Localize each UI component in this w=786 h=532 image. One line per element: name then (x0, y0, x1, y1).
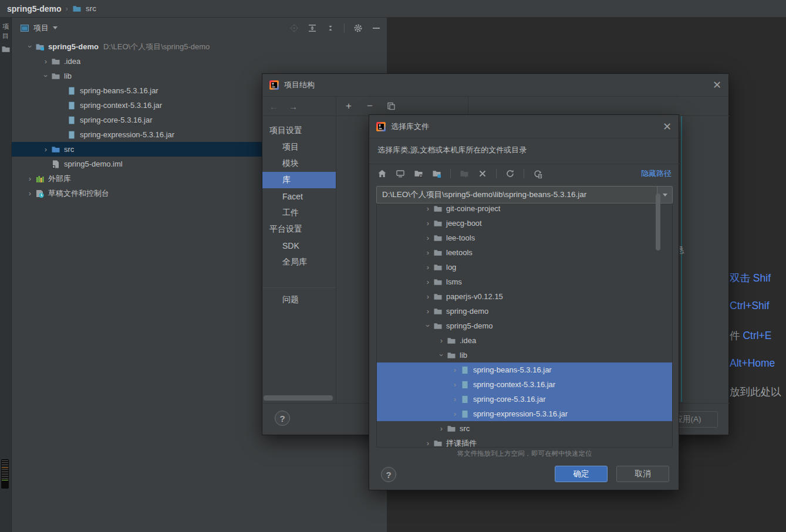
locate-target-icon[interactable] (289, 23, 299, 33)
help-button[interactable]: ? (381, 467, 396, 482)
hide-path-link[interactable]: 隐藏路径 (641, 168, 672, 179)
ps-toolbar: + − (336, 97, 468, 116)
chevron-icon[interactable]: › (450, 395, 460, 403)
chevron-icon[interactable]: › (438, 350, 446, 361)
sidebar-item-SDK[interactable]: SDK (262, 238, 336, 254)
chevron-icon[interactable]: › (423, 293, 433, 300)
cancel-button[interactable]: 取消 (616, 466, 669, 482)
chevron-icon[interactable]: › (436, 337, 447, 344)
tree-row[interactable]: › paperjs-v0.12.15 (377, 289, 672, 304)
folder-icon (51, 57, 60, 66)
tree-row[interactable]: › jeecg-boot (377, 216, 672, 231)
chevron-icon[interactable]: › (450, 381, 460, 388)
tree-row[interactable]: › spring-expression-5.3.16.jar (377, 406, 672, 421)
chevron-icon[interactable]: › (450, 410, 460, 418)
breadcrumb: spring5-demo › src (0, 0, 786, 18)
chevron-icon[interactable]: › (423, 234, 433, 242)
ok-button[interactable]: 确定 (555, 466, 608, 482)
project-panel-title[interactable]: 项目 (33, 23, 49, 33)
hide-panel-icon[interactable] (372, 23, 381, 33)
tree-row[interactable]: › spring5-demo (377, 318, 672, 333)
remove-icon[interactable]: − (365, 101, 375, 111)
code-minimap-thumbnail (1, 459, 9, 489)
path-input[interactable] (377, 191, 657, 199)
ps-dialog-titlebar: 项目结构 ✕ (262, 74, 728, 97)
stripe-button-project[interactable]: 项目 (0, 18, 11, 54)
sidebar-item-全局库[interactable]: 全局库 (262, 254, 336, 270)
chevron-icon[interactable]: › (423, 278, 433, 286)
chevron-icon[interactable]: › (436, 425, 447, 432)
breadcrumb-project[interactable]: spring5-demo (7, 4, 62, 13)
chevron-icon[interactable]: › (41, 57, 51, 65)
chevron-icon[interactable]: › (424, 321, 432, 331)
module-directory-icon[interactable] (414, 169, 423, 178)
gear-icon[interactable] (353, 23, 363, 33)
tree-row[interactable]: › spring-demo (377, 304, 672, 318)
chevron-icon[interactable]: › (25, 175, 35, 182)
close-icon[interactable]: ✕ (713, 80, 721, 90)
collapse-all-icon[interactable] (326, 23, 335, 33)
chevron-icon[interactable]: › (423, 205, 433, 212)
stripe-label-char: 项 (2, 22, 9, 31)
sidebar-item-工件[interactable]: 工件 (262, 205, 336, 221)
tree-row[interactable]: › lsms (377, 275, 672, 289)
sidebar-item-Facet[interactable]: Facet (262, 188, 336, 205)
sidebar-item-问题[interactable]: 问题 (262, 292, 336, 308)
help-button[interactable]: ? (275, 411, 290, 426)
sidebar-item-项目[interactable]: 项目 (262, 139, 336, 155)
tree-item-label: spring-expression-5.3.16.jar (473, 409, 568, 418)
breadcrumb-item-src[interactable]: src (86, 4, 96, 13)
chevron-icon[interactable]: › (423, 439, 433, 447)
horizontal-scrollbar[interactable] (264, 395, 333, 401)
select-library-files-dialog: 选择库文件 ✕ 选择库类,源,文档或本机库所在的文件或目录 隐藏路径 (369, 114, 679, 490)
chevron-icon[interactable]: › (450, 366, 460, 374)
tree-row[interactable]: › spring5-demoD:\LEO\个人项目\spring5-demo (12, 39, 387, 54)
tree-item-label: spring5-demo (48, 42, 99, 51)
chevron-icon[interactable]: › (42, 71, 50, 82)
tree-row[interactable]: › src (377, 421, 672, 436)
tree-item-label: lib (64, 72, 72, 80)
chevron-icon[interactable]: › (41, 145, 51, 153)
folder-icon (433, 248, 443, 257)
tree-row[interactable]: › leetools (377, 245, 672, 260)
tree-row[interactable]: › spring-core-5.3.16.jar (377, 392, 672, 406)
home-icon[interactable] (377, 169, 387, 178)
tree-item-label: lib (460, 351, 467, 360)
tree-row[interactable]: › log (377, 260, 672, 275)
forward-icon[interactable]: → (289, 101, 298, 111)
tree-row[interactable]: › spring-beans-5.3.16.jar (377, 362, 672, 377)
delete-icon[interactable] (478, 169, 487, 178)
copy-icon[interactable] (386, 101, 396, 111)
chevron-icon[interactable]: › (26, 42, 34, 52)
folder-icon (433, 233, 443, 243)
refresh-icon[interactable] (505, 169, 515, 178)
sidebar-item-库[interactable]: 库 (262, 172, 336, 188)
chevron-down-icon[interactable] (53, 26, 58, 29)
desktop-icon[interactable] (396, 169, 405, 178)
tree-row[interactable]: › spring-context-5.3.16.jar (377, 377, 672, 392)
tree-row[interactable]: › lib (377, 348, 672, 362)
project-directory-icon[interactable] (432, 169, 441, 178)
add-icon[interactable]: + (344, 101, 353, 111)
chevron-icon[interactable]: › (25, 189, 35, 197)
expand-all-icon[interactable] (308, 23, 317, 33)
vertical-scrollbar[interactable] (656, 194, 660, 250)
file-tree-container: › git-coine-project› jeecg-boot› lee-too… (376, 204, 673, 448)
idea-logo-icon (269, 80, 279, 90)
new-folder-icon[interactable] (460, 169, 469, 178)
folder-icon (447, 424, 456, 433)
tree-row[interactable]: › 拌课插件 (377, 436, 672, 448)
sidebar-item-模块[interactable]: 模块 (262, 155, 336, 172)
tree-row[interactable]: › .idea (377, 333, 672, 348)
close-icon[interactable]: ✕ (663, 121, 672, 132)
back-icon[interactable]: ← (269, 101, 278, 111)
tree-row[interactable]: › .idea (12, 54, 387, 69)
tree-row[interactable]: › git-coine-project (377, 204, 672, 216)
ps-sidebar: 项目设置项目模块库Facet工件平台设置SDK全局库问题 (262, 116, 336, 308)
chevron-icon[interactable]: › (423, 219, 433, 227)
chevron-icon[interactable]: › (423, 263, 433, 271)
show-in-explorer-icon[interactable] (533, 169, 542, 178)
tree-row[interactable]: › lee-tools (377, 231, 672, 245)
chevron-icon[interactable]: › (423, 249, 433, 256)
chevron-icon[interactable]: › (423, 307, 433, 315)
